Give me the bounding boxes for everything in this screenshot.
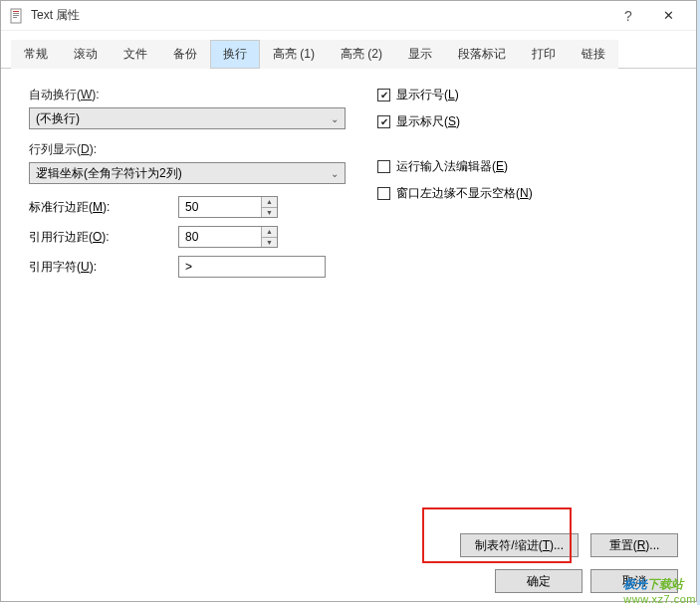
svg-rect-4	[13, 17, 17, 18]
spinner-arrows[interactable]: ▲▼	[261, 197, 277, 217]
noblank-label: 窗口左边缘不显示空格(N)	[396, 185, 533, 202]
quote-margin-value: 80	[179, 230, 261, 244]
show-ruler-label: 显示标尺(S)	[396, 113, 460, 130]
quote-margin-spinner[interactable]: 80 ▲▼	[178, 226, 278, 248]
line-col-value: 逻辑坐标(全角字符计为2列)	[36, 165, 182, 182]
svg-rect-3	[13, 15, 19, 16]
quote-char-value: >	[185, 260, 192, 274]
tab-link[interactable]: 链接	[569, 40, 618, 69]
tab-backup[interactable]: 备份	[160, 40, 210, 69]
show-ruler-checkbox[interactable]: ✔	[377, 115, 390, 128]
window-title: Text 属性	[31, 7, 608, 24]
content-area: 自动换行(W): (不换行) ⌄ 行列显示(D): 逻辑坐标(全角字符计为2列)…	[1, 69, 696, 303]
help-button[interactable]: ?	[608, 8, 648, 24]
tab-hl1[interactable]: 高亮 (1)	[260, 40, 328, 69]
ime-checkbox[interactable]	[377, 160, 390, 173]
line-col-select[interactable]: 逻辑坐标(全角字符计为2列) ⌄	[29, 162, 346, 184]
tab-display[interactable]: 显示	[395, 40, 445, 69]
std-margin-value: 50	[179, 200, 261, 214]
titlebar: Text 属性 ? ✕	[1, 1, 696, 31]
ime-label: 运行输入法编辑器(E)	[396, 158, 508, 175]
cancel-button[interactable]: 取消	[590, 569, 678, 593]
tab-file[interactable]: 文件	[111, 40, 160, 69]
line-col-label: 行列显示(D):	[29, 141, 348, 158]
show-lineno-checkbox[interactable]: ✔	[377, 89, 390, 101]
tab-hl2[interactable]: 高亮 (2)	[328, 40, 395, 69]
noblank-checkbox[interactable]	[377, 187, 390, 200]
tab-print[interactable]: 打印	[519, 40, 569, 69]
svg-rect-1	[13, 11, 19, 12]
spinner-arrows[interactable]: ▲▼	[261, 227, 277, 247]
left-column: 自动换行(W): (不换行) ⌄ 行列显示(D): 逻辑坐标(全角字符计为2列)…	[29, 87, 348, 286]
auto-wrap-value: (不换行)	[36, 110, 80, 127]
tab-wrap[interactable]: 换行	[210, 40, 260, 69]
tab-indent-button[interactable]: 制表符/缩进(T)...	[460, 533, 579, 557]
reset-button[interactable]: 重置(R)...	[590, 533, 678, 557]
quote-margin-label: 引用行边距(O):	[29, 229, 178, 246]
tab-paramark[interactable]: 段落标记	[445, 40, 519, 69]
svg-rect-2	[13, 13, 19, 14]
auto-wrap-select[interactable]: (不换行) ⌄	[29, 107, 346, 129]
tab-scroll[interactable]: 滚动	[61, 40, 111, 69]
app-icon	[9, 8, 25, 24]
quote-char-input[interactable]: >	[178, 256, 326, 278]
dialog-window: Text 属性 ? ✕ 常规 滚动 文件 备份 换行 高亮 (1) 高亮 (2)…	[0, 0, 697, 602]
chevron-down-icon: ⌄	[331, 168, 339, 179]
show-lineno-label: 显示行号(L)	[396, 87, 459, 103]
auto-wrap-label: 自动换行(W):	[29, 87, 348, 103]
chevron-down-icon: ⌄	[331, 113, 339, 124]
quote-char-label: 引用字符(U):	[29, 259, 178, 276]
tab-bar: 常规 滚动 文件 备份 换行 高亮 (1) 高亮 (2) 显示 段落标记 打印 …	[1, 31, 696, 69]
ok-button[interactable]: 确定	[495, 569, 583, 593]
tab-general[interactable]: 常规	[11, 40, 61, 69]
std-margin-label: 标准行边距(M):	[29, 199, 178, 216]
bottom-buttons: 制表符/缩进(T)... 重置(R)... 确定 取消	[19, 533, 678, 593]
close-button[interactable]: ✕	[648, 8, 688, 23]
right-column: ✔ 显示行号(L) ✔ 显示标尺(S) 运行输入法编辑器(E) 窗口左边缘不显示…	[377, 87, 668, 286]
std-margin-spinner[interactable]: 50 ▲▼	[178, 196, 278, 218]
